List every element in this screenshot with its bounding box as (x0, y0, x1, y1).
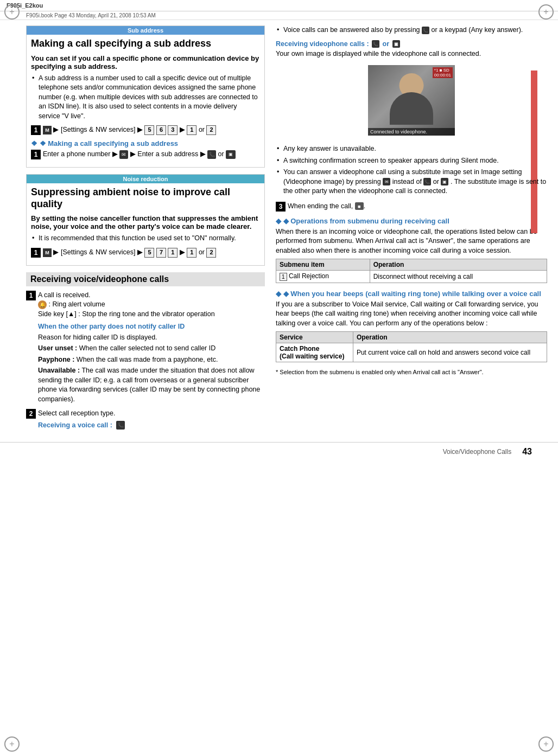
beeps-header-text: ◆ When you hear beeps (call waiting ring… (283, 290, 541, 298)
footnote: * Selection from the submenu is enabled … (276, 369, 547, 375)
step-1-content: M ▶ [Settings & NW services] ▶ 5 6 3 ▶ 1… (43, 125, 260, 135)
substitute-icon-3: ▣ (441, 178, 448, 185)
call-waiting-label: (Call waiting service) (280, 353, 344, 360)
receiving-calls-title: Receiving voice/videophone calls (26, 272, 265, 286)
caller-id-text: Reason for hiding caller ID is displayed… (38, 333, 265, 343)
operations-submenu-section: ◆ ◆ Operations from submenu during recei… (276, 217, 547, 283)
substitute-icon-1: ✉ (383, 178, 390, 185)
catch-phone-operation: Put current voice call on hold and answe… (353, 343, 547, 362)
submenu-table-header-row: Submenu item Operation (276, 259, 547, 271)
service-table-header-row: Service Operation (276, 332, 547, 343)
key-1-submenu: 1 (280, 273, 287, 281)
bell-icon: 🔔 (38, 300, 47, 309)
beeps-section: ◆ ◆ When you hear beeps (call waiting ri… (276, 290, 547, 376)
after-image-bullets: Any key answer is unavailable. A switchi… (276, 144, 547, 196)
step-3-content: When ending the call, ■. (288, 202, 547, 212)
key-5b: 5 (144, 248, 154, 258)
operations-intro: When there is an incoming voice or video… (276, 227, 547, 256)
key-2b: 2 (206, 248, 216, 258)
video-phone-icon-1: 📞 (372, 40, 379, 48)
call-rejection-op: Disconnect without receiving a call (370, 271, 547, 283)
sub-step-1-content: Enter a phone number ▶ ✉ ▶ Enter a sub a… (43, 150, 260, 159)
reg-mark-top-right (538, 4, 554, 20)
key-3: 3 (168, 125, 177, 135)
service-operation-col-header: Operation (353, 332, 547, 343)
receiving-video-text: Receiving videophone calls : (276, 40, 369, 48)
step-3-row: 3 When ending the call, ■. (276, 202, 547, 212)
beeps-header: ◆ ◆ When you hear beeps (call waiting ri… (276, 290, 547, 298)
rcv-step-1-row: 1 A call is received. 🔔 : Ring alert vol… (26, 291, 265, 406)
step-1-number: 1 (31, 125, 41, 135)
unavailable: Unavailable : The call was made under th… (38, 366, 265, 404)
sub-address-section: Sub address Making a call specifying a s… (26, 25, 265, 168)
voice-call-icon: 📞 (116, 421, 125, 430)
video-phone-icon-2: ▣ (392, 40, 400, 48)
rcv-step-2-content: Select call reception type. Receiving a … (38, 409, 265, 430)
bullet-substitute: You can answer a videophone call using a… (276, 168, 547, 196)
receiving-calls-section: Receiving voice/videophone calls 1 A cal… (26, 272, 265, 431)
noise-step-1-number: 1 (31, 248, 41, 258)
receiving-voice-label: Receiving a voice call : (38, 421, 114, 429)
key-5: 5 (144, 125, 154, 135)
side-key-text: Side key [▲] : Stop the ring tone and th… (38, 310, 215, 318)
sub-address-bullet-1: A sub address is a number used to call a… (31, 74, 260, 121)
submenu-row-1: 1 Call Rejection Disconnect without rece… (276, 271, 547, 283)
end-call-icon: ■ (355, 202, 364, 210)
substitute-icon-2: 📞 (423, 178, 431, 185)
noise-reduction-content: By setting the noise canceller function … (27, 212, 264, 265)
submenu-col-header: Submenu item (276, 259, 370, 271)
video-icon: ▣ (226, 150, 236, 159)
print-info: F905i.book Page 43 Monday, April 21, 200… (0, 11, 558, 20)
sub-step-1-number: 1 (31, 150, 41, 159)
catch-phone-row: Catch Phone(Call waiting service) Put cu… (276, 343, 547, 362)
videophone-image-container: *1 ■ SD 00:00:01 Connected to videophone… (276, 61, 547, 140)
page-footer: Voice/Videophone Calls 43 (0, 442, 558, 461)
payphone-label: Payphone : (38, 356, 74, 363)
reg-mark-bottom-left (4, 736, 20, 752)
catch-phone-service: Catch Phone(Call waiting service) (276, 343, 353, 362)
operation-col-header: Operation (370, 259, 547, 271)
key-1c: 1 (187, 248, 196, 258)
phone-icon-2: 📞 (207, 150, 216, 159)
filename-label: F905i_E2kou (7, 2, 551, 9)
key-1: 1 (187, 125, 196, 135)
timestamp-overlay: *1 ■ SD 00:00:01 (433, 67, 453, 78)
main-content: Sub address Making a call specifying a s… (0, 20, 558, 442)
step-1-row: 1 M ▶ [Settings & NW services] ▶ 5 6 3 ▶… (31, 125, 260, 135)
beeps-intro: If you are a subscriber to Voice Mail se… (276, 300, 547, 329)
noise-reduction-tag: Noise reduction (27, 175, 264, 183)
page-container: F905i_E2kou F905i.book Page 43 Monday, A… (0, 0, 558, 756)
sub-address-content: You can set if you call a specific phone… (27, 52, 264, 168)
receiving-video-label: Receiving videophone calls : 📞 or ▣ (276, 40, 401, 48)
user-unset-text: When the caller selected not to send cal… (79, 344, 216, 352)
noise-reduction-title: Suppressing ambient noise to improve cal… (27, 183, 264, 212)
ring-alert-text: : Ring alert volume (48, 300, 105, 308)
noise-reduction-bullets: It is recommended that this function be … (31, 234, 260, 244)
key-6: 6 (156, 125, 166, 135)
page-number: 43 (522, 447, 532, 457)
call-rejection-item: 1 Call Rejection (276, 271, 370, 283)
bullet-switching: A switching confirmation screen to speak… (276, 156, 547, 166)
header-bar: F905i_E2kou (0, 0, 558, 11)
operations-header: ◆ ◆ Operations from submenu during recei… (276, 217, 547, 225)
voice-calls-bullets: Voice calls can be answered also by pres… (276, 25, 547, 35)
diamond-icon-beeps: ◆ (276, 290, 283, 298)
diamond-icon-ops: ◆ (276, 217, 283, 225)
submenu-table: Submenu item Operation 1 Call Rejection … (276, 259, 547, 283)
rcv-step-1-title: A call is received. (38, 291, 91, 299)
person-body (390, 92, 433, 125)
receiving-voice-row: Receiving a voice call : 📞 (38, 421, 265, 431)
sub-address-bullets: A sub address is a number used to call a… (31, 74, 260, 121)
operations-header-text: ◆ Operations from submenu during receivi… (283, 217, 449, 225)
payphone: Payphone : When the call was made from a… (38, 355, 265, 365)
rcv-step-1-content: A call is received. 🔔 : Ring alert volum… (38, 291, 265, 406)
noise-reduction-section: Noise reduction Suppressing ambient nois… (26, 174, 265, 266)
unavailable-label: Unavailable : (38, 367, 80, 374)
key-1b: 1 (168, 248, 177, 258)
sub-address-title: Making a call specifying a sub address (27, 35, 264, 52)
service-col-header: Service (276, 332, 353, 343)
person-image: *1 ■ SD 00:00:01 (368, 65, 455, 136)
videophone-image: *1 ■ SD 00:00:01 Connected to videophone… (368, 65, 455, 136)
user-unset-label: User unset : (38, 344, 77, 352)
phone-icon: ✉ (119, 150, 128, 159)
